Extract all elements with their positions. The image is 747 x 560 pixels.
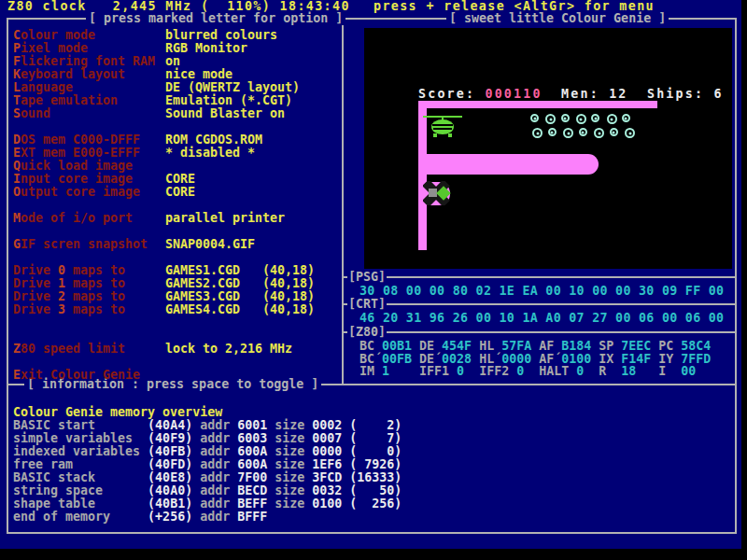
menu-option-tape-emulation[interactable]: Tape emulationEmulation (*.CGT) bbox=[13, 94, 118, 106]
menu-option-value: GAMES4.CGD (40,18) bbox=[165, 303, 315, 315]
target-ring bbox=[545, 114, 556, 124]
menu-option-value: blurred colours bbox=[165, 29, 277, 41]
target-ring bbox=[532, 128, 543, 138]
target-ring bbox=[594, 128, 604, 138]
cannon-sprite bbox=[423, 181, 451, 205]
menu-option-ext-mem-e000-efff[interactable]: EXT mem E000-EFFF* disabled * bbox=[13, 147, 140, 159]
score-value: 000110 bbox=[485, 87, 542, 101]
menu-option-dos-mem-c000-dfff[interactable]: DOS mem C000-DFFFROM CGDOS.ROM bbox=[13, 133, 140, 146]
menu-option-value: Sound Blaster on bbox=[165, 107, 285, 119]
menu-option-value: CORE bbox=[165, 186, 195, 198]
menu-option-value: GAMES2.CGD (40,18) bbox=[165, 277, 315, 289]
memory-row-basic-start: BASIC start (40A4) addr 6001 size 0002 (… bbox=[13, 419, 402, 431]
menu-option-drive-2-maps-to[interactable]: Drive 2 maps toGAMES3.CGD (40,18) bbox=[13, 290, 125, 302]
memory-row-basic-stack: BASIC stack (40E8) addr 7F00 size 3FCD (… bbox=[13, 471, 402, 483]
target-ring bbox=[548, 128, 557, 136]
menu-option-exit-colour-genie[interactable]: Exit Colour Genie bbox=[13, 369, 140, 381]
psg-divider bbox=[344, 276, 735, 278]
menu-option-language[interactable]: LanguageDE (QWERTZ layout) bbox=[13, 81, 73, 93]
menu-option-value: GAMES1.CGD (40,18) bbox=[165, 264, 315, 276]
game-score-line: Score: 000110 Men: 12 Ships: 6 bbox=[418, 89, 724, 100]
crt-registers-hex: 46 20 31 96 26 00 10 1A A0 07 27 00 06 0… bbox=[359, 312, 724, 324]
z80-section-label: [Z80] bbox=[347, 326, 387, 338]
memory-row-string-space: string space (40A0) addr BECD size 0032 … bbox=[13, 484, 402, 497]
menu-option-value: on bbox=[165, 55, 180, 67]
menu-option-value: RGB Monitor bbox=[165, 42, 247, 54]
game-screen: Score: 000110 Men: 12 Ships: 6 bbox=[364, 28, 732, 269]
target-ring bbox=[610, 128, 618, 136]
target-ring bbox=[530, 114, 539, 122]
menu-option-value: ROM CGDOS.ROM bbox=[165, 133, 262, 146]
memory-row-simple-variables: simple variables (40F9) addr 6003 size 0… bbox=[13, 432, 402, 444]
psg-section-label: [PSG] bbox=[347, 271, 387, 283]
menu-option-value: Emulation (*.CGT) bbox=[165, 94, 292, 106]
memory-overview-title: Colour Genie memory overview bbox=[13, 405, 222, 419]
maze-wall-top bbox=[418, 101, 657, 108]
menu-option-z80-speed-limit[interactable]: Z80 speed limitlock to 2,216 MHz bbox=[13, 343, 125, 355]
menu-option-sound[interactable]: SoundSound Blaster on bbox=[13, 107, 50, 119]
menu-option-drive-0-maps-to[interactable]: Drive 0 maps toGAMES1.CGD (40,18) bbox=[13, 264, 125, 276]
menu-option-value: GAMES3.CGD (40,18) bbox=[165, 290, 315, 302]
score-label: Score: bbox=[418, 87, 485, 101]
target-ring bbox=[622, 114, 630, 122]
menu-option-value: nice mode bbox=[165, 68, 233, 80]
target-ring bbox=[576, 114, 586, 124]
menu-option-keyboard-layout[interactable]: Keyboard layoutnice mode bbox=[13, 68, 125, 80]
target-ring bbox=[563, 128, 573, 138]
menu-option-gif-scren-snapshot[interactable]: GIF scren snapshotSNAP0004.GIF bbox=[13, 238, 148, 250]
machine-box-title: [ sweet little Colour Genie ] bbox=[446, 12, 669, 25]
menu-option-value: DE (QWERTZ layout) bbox=[165, 81, 300, 93]
z80-register-row: BC´00FB DE´0028 HL´0000 AF´0100 IX F14F … bbox=[359, 353, 711, 365]
memory-row-shape-table: shape table (40B1) addr BEFF size 0100 (… bbox=[13, 497, 402, 510]
target-ring bbox=[561, 114, 570, 122]
menu-option-drive-3-maps-to[interactable]: Drive 3 maps toGAMES4.CGD (40,18) bbox=[13, 303, 125, 315]
menu-option-colour-mode[interactable]: Colour modeblurred colours bbox=[13, 29, 95, 41]
target-ring bbox=[607, 114, 617, 124]
menu-option-value: CORE bbox=[165, 173, 195, 185]
psg-registers-hex: 30 08 00 00 80 02 1E EA 00 10 00 00 30 0… bbox=[359, 285, 724, 297]
helicopter-sprite bbox=[422, 112, 465, 137]
menu-option-flickering-font-ram[interactable]: Flickering font RAMon bbox=[13, 55, 155, 67]
menu-option-input-core-image[interactable]: Input core imageCORE bbox=[13, 173, 133, 185]
z80-register-row: BC 00B1 DE 454F HL 57FA AF B184 SP 7EEC … bbox=[359, 340, 711, 352]
men-ships-status: Men: 12 Ships: 6 bbox=[543, 87, 724, 101]
emulator-screen: Z80 clock 2,445 MHz ( 110%) 18:43:40 pre… bbox=[0, 0, 741, 549]
menu-option-value: parallel printer bbox=[165, 212, 285, 224]
menu-option-value: * disabled * bbox=[165, 147, 255, 159]
memory-row-free-ram: free ram (40FD) addr 600A size 1EF6 ( 79… bbox=[13, 458, 402, 470]
vertical-divider bbox=[342, 18, 344, 385]
target-ring bbox=[591, 114, 599, 122]
z80-register-row: IM 1 IFF1 0 IFF2 0 HALT 0 R 18 I 00 bbox=[359, 365, 696, 377]
target-ring bbox=[579, 128, 587, 136]
target-ring bbox=[625, 128, 635, 138]
crt-divider bbox=[344, 303, 735, 305]
options-box-title: [ press marked letter for option ] bbox=[86, 12, 345, 25]
menu-option-quick-load-image[interactable]: Quick load image bbox=[13, 160, 133, 172]
memory-row-end-of-memory: end of memory (+256) addr BFFF bbox=[13, 511, 267, 523]
menu-option-value: SNAP0004.GIF bbox=[165, 238, 255, 250]
menu-option-mode-of-i-o-port[interactable]: Mode of i/o portparallel printer bbox=[13, 212, 133, 224]
maze-wall-middle bbox=[418, 154, 599, 175]
menu-option-output-core-image[interactable]: Output core imageCORE bbox=[13, 186, 140, 198]
menu-option-drive-1-maps-to[interactable]: Drive 1 maps toGAMES2.CGD (40,18) bbox=[13, 277, 125, 289]
menu-option-pixel-mode[interactable]: Pixel modeRGB Monitor bbox=[13, 42, 88, 54]
memory-row-indexed-variables: indexed variables (40FB) addr 600A size … bbox=[13, 445, 402, 457]
menu-option-value: lock to 2,216 MHz bbox=[165, 343, 292, 355]
crt-section-label: [CRT] bbox=[347, 298, 387, 310]
z80-divider bbox=[344, 331, 735, 333]
